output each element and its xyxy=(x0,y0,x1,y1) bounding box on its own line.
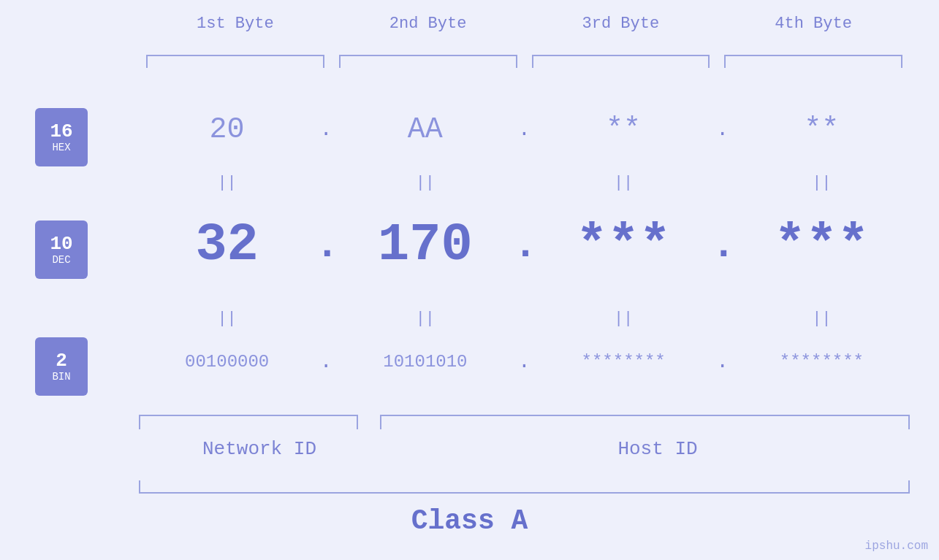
dec-b1: 32 xyxy=(139,215,315,275)
bin-dot3: . xyxy=(712,350,734,373)
bin-b4: ******** xyxy=(734,352,910,372)
hex-b4: ** xyxy=(734,113,910,146)
eq1-b2: || xyxy=(337,174,513,192)
eq2-b4: || xyxy=(734,310,910,328)
host-id-label: Host ID xyxy=(406,438,910,460)
bracket-2 xyxy=(339,55,517,68)
bracket-1 xyxy=(146,55,324,68)
dec-num: 10 xyxy=(50,234,72,255)
eq2-b2: || xyxy=(337,310,513,328)
hex-dot3: . xyxy=(712,118,734,141)
class-label: Class A xyxy=(0,505,939,537)
bin-dot1: . xyxy=(315,350,337,373)
dec-b3: *** xyxy=(536,215,712,275)
class-bracket xyxy=(139,480,910,494)
eq1-b4: || xyxy=(734,174,910,192)
bin-b3: ******** xyxy=(536,352,712,372)
byte-headers: 1st Byte 2nd Byte 3rd Byte 4th Byte xyxy=(139,15,910,33)
dec-row: 32 . 170 . *** . *** xyxy=(139,215,910,275)
hex-num: 16 xyxy=(50,121,72,142)
eq2-b3: || xyxy=(536,310,712,328)
eq1-b1: || xyxy=(139,174,315,192)
main-container: 1st Byte 2nd Byte 3rd Byte 4th Byte 16 H… xyxy=(0,0,939,560)
byte2-header: 2nd Byte xyxy=(332,15,525,33)
bin-b1: 00100000 xyxy=(139,352,315,372)
eq-row-2: || || || || xyxy=(139,310,910,328)
bracket-4 xyxy=(724,55,902,68)
bin-dot2: . xyxy=(514,350,536,373)
dec-dot2: . xyxy=(514,223,536,269)
watermark: ipshu.com xyxy=(865,540,928,553)
hex-row: 20 . AA . ** . ** xyxy=(139,113,910,146)
hex-b1: 20 xyxy=(139,113,315,146)
bin-b2: 10101010 xyxy=(337,352,513,372)
eq2-b1: || xyxy=(139,310,315,328)
bin-badge: 2 BIN xyxy=(35,337,88,396)
dec-dot1: . xyxy=(315,223,337,269)
top-brackets xyxy=(139,55,910,68)
bracket-dot-spacer xyxy=(358,415,380,429)
byte4-header: 4th Byte xyxy=(717,15,910,33)
dec-badge: 10 DEC xyxy=(35,220,88,279)
byte3-header: 3rd Byte xyxy=(525,15,718,33)
network-id-label: Network ID xyxy=(139,438,380,460)
dec-dot3: . xyxy=(712,223,734,269)
hex-b3: ** xyxy=(536,113,712,146)
host-bracket xyxy=(380,415,910,429)
dec-b2: 170 xyxy=(337,215,513,275)
hex-dot1: . xyxy=(315,118,337,141)
eq1-b3: || xyxy=(536,174,712,192)
hex-label: HEX xyxy=(52,142,70,153)
bottom-brackets xyxy=(139,415,910,429)
hex-dot2: . xyxy=(514,118,536,141)
bin-row: 00100000 . 10101010 . ******** . *******… xyxy=(139,350,910,373)
dec-label: DEC xyxy=(52,254,70,266)
byte1-header: 1st Byte xyxy=(139,15,332,33)
dec-b4: *** xyxy=(734,215,910,275)
hex-b2: AA xyxy=(337,113,513,146)
network-bracket xyxy=(139,415,358,429)
bin-label: BIN xyxy=(52,371,70,383)
hex-badge: 16 HEX xyxy=(35,108,88,166)
bin-num: 2 xyxy=(56,350,67,372)
bracket-3 xyxy=(532,55,710,68)
network-bracket-wrapper xyxy=(139,415,358,429)
eq-row-1: || || || || xyxy=(139,174,910,192)
